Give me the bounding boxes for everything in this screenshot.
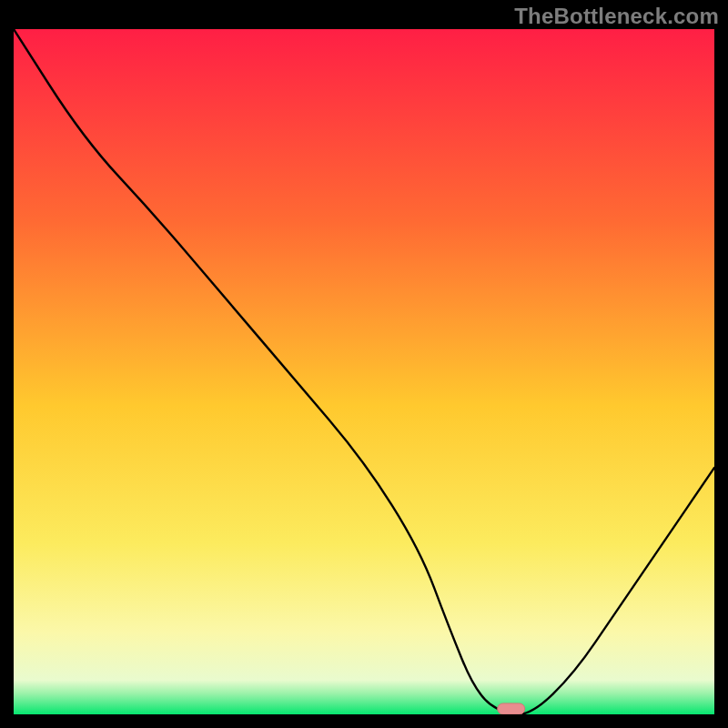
chart-frame: TheBottleneck.com	[0, 0, 728, 728]
chart-svg	[14, 29, 714, 714]
gradient-rect	[14, 29, 714, 714]
plot-area	[14, 29, 714, 714]
watermark-text: TheBottleneck.com	[514, 4, 719, 29]
optimum-marker	[498, 703, 525, 714]
